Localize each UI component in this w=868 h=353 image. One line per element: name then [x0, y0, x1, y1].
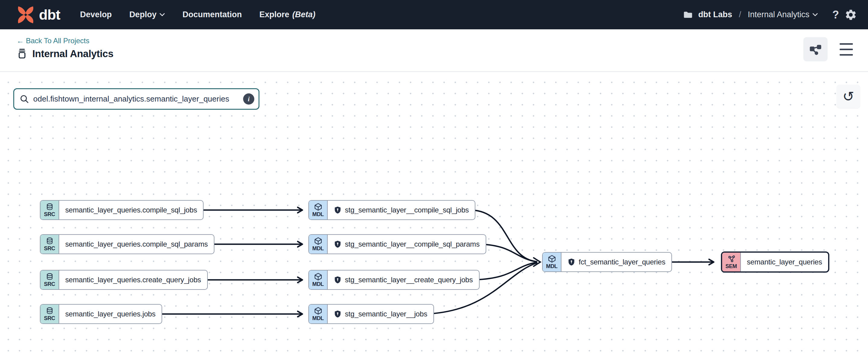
database-icon — [45, 307, 54, 315]
folder-icon — [683, 10, 693, 19]
shield-lock-icon — [334, 276, 342, 284]
node-type-badge: SEM — [722, 253, 741, 271]
nav-item-deploy[interactable]: Deploy — [129, 10, 165, 19]
node-type-label: MDL — [312, 281, 324, 287]
cube-icon — [314, 273, 322, 281]
graph-node-stg-create-query-jobs[interactable]: MDL stg_semantic_layer__create_query_job… — [308, 270, 479, 290]
node-type-badge: SRC — [40, 235, 59, 254]
shield-lock-icon — [334, 310, 342, 318]
reset-view-button[interactable]: ↺ — [837, 85, 860, 108]
node-type-badge: MDL — [309, 235, 328, 254]
cube-icon — [314, 307, 322, 315]
node-label: stg_semantic_layer__create_query_jobs — [328, 270, 479, 289]
triangle-network-icon — [727, 255, 736, 263]
nav-item-explore[interactable]: Explore (Beta) — [259, 10, 316, 19]
node-type-label: MDL — [312, 211, 324, 217]
graph-node-src-jobs[interactable]: SRC semantic_layer_queries.jobs — [40, 304, 162, 324]
breadcrumb-separator: / — [739, 10, 741, 19]
node-type-label: MDL — [312, 315, 324, 322]
shield-lock-icon — [567, 258, 575, 266]
node-type-badge: MDL — [543, 253, 561, 271]
project-jar-icon — [17, 48, 28, 59]
help-icon[interactable]: ? — [832, 8, 839, 21]
node-type-label: SRC — [44, 281, 55, 287]
nav-item-documentation[interactable]: Documentation — [182, 10, 242, 19]
info-icon[interactable]: i — [243, 93, 254, 105]
account-name[interactable]: dbt Labs — [698, 10, 733, 19]
search-value: odel.fishtown_internal_analytics.semanti… — [33, 94, 243, 104]
node-type-badge: MDL — [309, 305, 328, 323]
menu-hamburger-button[interactable] — [838, 41, 855, 57]
beta-tag: (Beta) — [292, 10, 316, 19]
lineage-view-button[interactable] — [803, 37, 828, 61]
node-type-label: SRC — [44, 315, 55, 322]
node-label: semantic_layer_queries.jobs — [59, 305, 162, 323]
node-label: stg_semantic_layer__compile_sql_jobs — [328, 201, 475, 219]
node-label: fct_semantic_layer_queries — [561, 253, 672, 271]
back-to-projects-link[interactable]: ← Back To All Projects — [17, 36, 89, 45]
dbt-logo-icon — [17, 6, 35, 24]
settings-gear-icon[interactable] — [844, 8, 857, 21]
database-icon — [45, 203, 54, 211]
project-switcher[interactable]: Internal Analytics — [748, 10, 818, 19]
dbt-logo[interactable]: dbt — [17, 6, 60, 24]
top-navbar: dbt Develop Deploy Documentation Explore… — [0, 0, 868, 29]
navbar-right: dbt Labs / Internal Analytics ? — [683, 8, 857, 21]
node-type-label: SEM — [725, 263, 737, 270]
graph-node-src-create-query-jobs[interactable]: SRC semantic_layer_queries.create_query_… — [40, 270, 208, 290]
node-type-badge: MDL — [309, 270, 328, 289]
graph-node-stg-jobs[interactable]: MDL stg_semantic_layer__jobs — [308, 304, 434, 324]
lineage-dag-icon — [809, 43, 822, 56]
shield-lock-icon — [334, 206, 342, 214]
nav-links: Develop Deploy Documentation Explore (Be… — [80, 10, 315, 19]
graph-node-stg-compile-sql-jobs[interactable]: MDL stg_semantic_layer__compile_sql_jobs — [308, 200, 475, 220]
node-label: stg_semantic_layer__compile_sql_params — [328, 235, 486, 254]
node-type-badge: MDL — [309, 201, 328, 219]
node-type-badge: SRC — [40, 305, 59, 323]
shield-lock-icon — [334, 240, 342, 248]
cube-icon — [314, 203, 322, 211]
node-type-label: SRC — [44, 245, 55, 252]
lineage-search-input[interactable]: odel.fishtown_internal_analytics.semanti… — [13, 88, 259, 110]
cube-icon — [548, 255, 556, 263]
node-label: semantic_layer_queries.compile_sql_param… — [59, 235, 214, 254]
graph-node-semantic-layer-queries[interactable]: SEM semantic_layer_queries — [721, 252, 829, 273]
chevron-down-icon — [812, 13, 818, 16]
node-label: semantic_layer_queries.compile_sql_jobs — [59, 201, 203, 219]
node-type-label: MDL — [546, 263, 558, 270]
database-icon — [45, 237, 54, 245]
graph-node-src-compile-sql-params[interactable]: SRC semantic_layer_queries.compile_sql_p… — [40, 234, 214, 254]
node-type-badge: SRC — [40, 201, 59, 219]
graph-node-stg-compile-sql-params[interactable]: MDL stg_semantic_layer__compile_sql_para… — [308, 234, 486, 254]
graph-node-fct-semantic-layer-queries[interactable]: MDL fct_semantic_layer_queries — [542, 252, 672, 272]
node-label: stg_semantic_layer__jobs — [328, 305, 433, 323]
chevron-down-icon — [159, 13, 165, 16]
node-type-badge: SRC — [40, 270, 59, 289]
nav-item-develop[interactable]: Develop — [80, 10, 112, 19]
search-icon — [20, 94, 29, 104]
dbt-logo-text: dbt — [39, 6, 60, 23]
page-title: Internal Analytics — [32, 48, 113, 60]
node-label: semantic_layer_queries — [741, 253, 828, 271]
node-label: semantic_layer_queries.create_query_jobs — [59, 270, 207, 289]
project-header: ← Back To All Projects Internal Analytic… — [0, 29, 868, 72]
node-type-label: MDL — [312, 245, 324, 252]
cube-icon — [314, 237, 322, 245]
graph-node-src-compile-sql-jobs[interactable]: SRC semantic_layer_queries.compile_sql_j… — [40, 200, 204, 220]
database-icon — [45, 273, 54, 281]
node-type-label: SRC — [44, 211, 55, 217]
